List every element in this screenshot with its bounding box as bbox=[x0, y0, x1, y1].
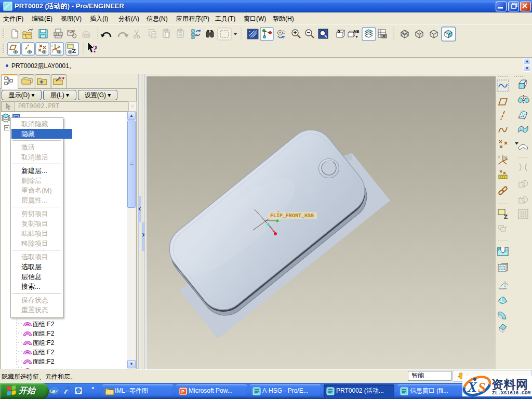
svg-text:ZL.XS1616.COM: ZL.XS1616.COM bbox=[492, 390, 530, 396]
svg-text:✳: ✳ bbox=[39, 79, 44, 85]
svg-text:S: S bbox=[478, 380, 486, 395]
svg-text:y: y bbox=[498, 155, 500, 159]
svg-text:资料网: 资料网 bbox=[491, 378, 528, 391]
svg-text:»: » bbox=[91, 385, 95, 391]
svg-text:e: e bbox=[52, 387, 56, 395]
svg-text:z: z bbox=[51, 50, 53, 54]
svg-text:z: z bbox=[498, 162, 500, 166]
svg-text:y: y bbox=[51, 44, 53, 47]
svg-text:AB: AB bbox=[353, 29, 360, 34]
svg-text:?: ? bbox=[92, 44, 98, 55]
svg-text:P: P bbox=[181, 389, 184, 394]
svg-text:X: X bbox=[467, 379, 477, 395]
svg-text:FLIP_FRONT_HSG: FLIP_FRONT_HSG bbox=[270, 213, 314, 219]
